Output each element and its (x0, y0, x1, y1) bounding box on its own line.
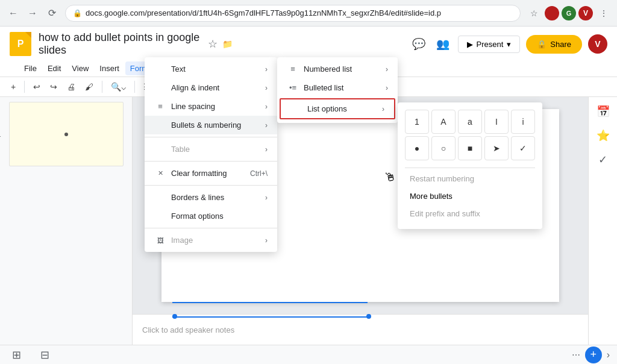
numbered-list-icon: ≡ (287, 64, 299, 74)
list-option-arrow[interactable]: ➤ (484, 136, 509, 160)
format-borders-option[interactable]: Borders & lines › (145, 188, 277, 207)
list-options-option[interactable]: List options › (280, 98, 395, 119)
list-options-grid: 1 A a I i ● ○ ■ ➤ ✓ (405, 110, 535, 160)
list-option-filled-square[interactable]: ■ (458, 136, 482, 160)
edit-prefix-suffix-option: Edit prefix and suffix (405, 206, 535, 222)
more-options-button[interactable]: ⋮ (595, 5, 612, 22)
back-button[interactable]: ← (5, 5, 22, 22)
user-avatar[interactable]: V (588, 34, 607, 54)
notes-area[interactable]: Click to add speaker notes (133, 314, 588, 345)
slide-thumbnail-1[interactable]: 1 (9, 102, 124, 166)
bullets-arrow-icon: › (265, 121, 268, 130)
list-option-check[interactable]: ✓ (511, 136, 535, 160)
format-table-label: Table (171, 145, 190, 154)
print-button[interactable]: 🖨 (63, 80, 79, 94)
bulleted-list-option[interactable]: •≡ Bulleted list › (277, 78, 398, 97)
format-text-option[interactable]: Text › (145, 60, 277, 78)
list-option-filled-circle[interactable]: ● (405, 136, 429, 160)
present-chevron: ▾ (507, 40, 511, 49)
browser-actions: ☆ G V ⋮ (525, 5, 612, 22)
redo-button[interactable]: ↪ (46, 80, 61, 94)
format-options-option[interactable]: Format options (145, 207, 277, 225)
list-options-label: List options (307, 104, 347, 113)
expand-slide-icon[interactable]: ⋯ (572, 350, 580, 360)
filled-circle-symbol: ● (415, 143, 419, 153)
list-option-upper-alpha[interactable]: A (431, 110, 456, 134)
format-bullets-option[interactable]: Bullets & numbering › (145, 116, 277, 134)
decimal-symbol: 1 (415, 117, 419, 127)
format-clear-label: Clear formatting (171, 169, 227, 178)
present-label: Present (477, 40, 504, 49)
more-bullets-option[interactable]: More bullets (405, 188, 535, 204)
forward-button[interactable]: → (24, 5, 41, 22)
menu-file[interactable]: File (19, 61, 42, 75)
align-arrow-icon: › (265, 84, 268, 92)
undo-button[interactable]: ↩ (30, 80, 44, 94)
address-bar[interactable]: 🔒 docs.google.com/presentation/d/1ftU4h-… (65, 5, 521, 22)
format-image-option[interactable]: 🖼 Image › (145, 231, 277, 249)
menu-insert[interactable]: Insert (95, 61, 124, 75)
check-panel-icon[interactable]: ✓ (594, 150, 613, 169)
share-button[interactable]: 🔒 Share (526, 35, 582, 54)
format-linespacing-option[interactable]: ≡ Line spacing › (145, 97, 277, 116)
lock-share-icon: 🔒 (537, 40, 547, 49)
add-button[interactable]: + (7, 80, 19, 94)
separator-1 (145, 137, 277, 137)
lower-alpha-symbol: a (468, 117, 472, 127)
calendar-icon[interactable]: 📅 (594, 102, 613, 121)
format-borders-label: Borders & lines (171, 193, 224, 202)
list-option-lower-alpha[interactable]: a (458, 110, 482, 134)
people-icon[interactable]: 👥 (434, 35, 452, 53)
format-linespacing-label: Line spacing (171, 102, 215, 111)
format-table-option[interactable]: Table › (145, 140, 277, 158)
paint-format-button[interactable]: 🖌 (81, 80, 97, 94)
separator-2 (145, 161, 277, 162)
profile-avatar-red[interactable] (545, 6, 559, 20)
list-option-lower-roman[interactable]: i (511, 110, 535, 134)
slide-dot (64, 133, 68, 136)
menu-edit[interactable]: Edit (43, 61, 66, 75)
expand-right-icon[interactable]: › (607, 350, 610, 360)
separator-4 (145, 228, 277, 228)
bottom-right: ⋯ + › (572, 347, 610, 363)
clear-shortcut: Ctrl+\ (250, 169, 268, 178)
comments-icon[interactable]: 💬 (410, 35, 428, 53)
slides-panel: 1 (0, 97, 133, 345)
star-panel-icon[interactable]: ⭐ (594, 126, 613, 145)
text-arrow-icon: › (265, 65, 268, 74)
format-text-label: Text (171, 64, 186, 74)
bookmark-button[interactable]: ☆ (525, 5, 542, 22)
toolbar-separator-2 (102, 81, 102, 93)
filmstrip-button[interactable]: ⊟ (36, 346, 54, 364)
check-symbol: ✓ (519, 143, 527, 153)
lock-icon: 🔒 (73, 9, 82, 17)
list-option-upper-roman[interactable]: I (484, 110, 509, 134)
format-clear-option[interactable]: ✕ Clear formatting Ctrl+\ (145, 164, 277, 183)
numbered-list-option[interactable]: ≡ Numbered list › (277, 60, 398, 78)
grid-view-button[interactable]: ⊞ (7, 346, 26, 364)
zoom-button[interactable]: 🔍 ⌵ (107, 80, 130, 94)
refresh-button[interactable]: ⟳ (43, 5, 60, 22)
add-slide-button[interactable]: + (585, 347, 602, 363)
toolbar-separator-3 (134, 81, 135, 93)
folder-button[interactable]: 📁 (222, 39, 233, 49)
bullets-submenu: ≡ Numbered list › •≡ Bulleted list › Lis… (277, 57, 398, 123)
list-option-empty-circle[interactable]: ○ (431, 136, 456, 160)
upper-alpha-symbol: A (440, 117, 446, 127)
star-button[interactable]: ☆ (208, 37, 218, 51)
present-button[interactable]: ▶ Present ▾ (458, 36, 521, 53)
list-option-decimal[interactable]: 1 (405, 110, 429, 134)
arrow-symbol: ➤ (493, 143, 500, 153)
format-align-option[interactable]: Align & indent › (145, 78, 277, 97)
list-options-arrow-icon: › (382, 105, 384, 113)
toolbar-separator-1 (24, 81, 25, 93)
image-arrow-icon: › (265, 236, 268, 245)
doc-title-actions: ☆ 📁 (208, 37, 233, 51)
separator-3 (145, 185, 277, 186)
menu-view[interactable]: View (67, 61, 93, 75)
profile-avatar-green[interactable]: G (562, 6, 576, 20)
linespacing-option-icon: ≡ (154, 102, 166, 111)
profile-avatar-main[interactable]: V (578, 6, 593, 20)
selection-line-bottom (172, 316, 368, 318)
share-label: Share (550, 40, 571, 49)
